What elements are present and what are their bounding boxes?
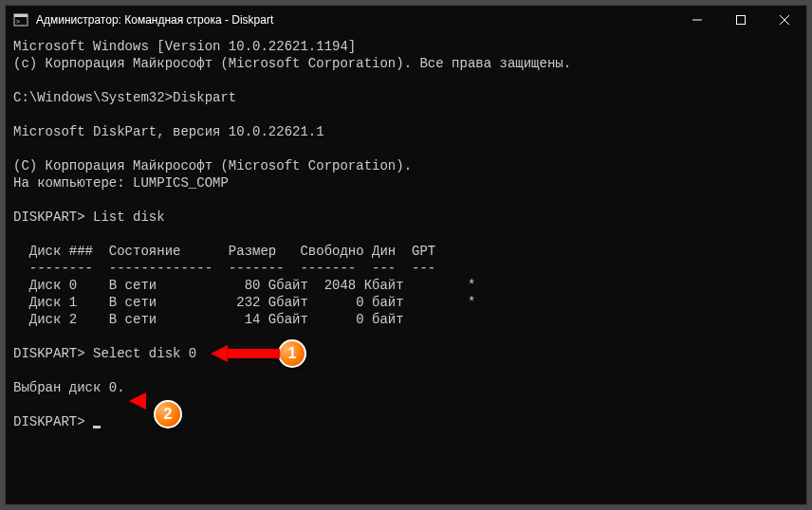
titlebar[interactable]: >_ Администратор: Командная строка - Dis… (6, 6, 806, 34)
table-divider: -------- ------------- ------- ------- -… (13, 261, 435, 276)
cmd-window: >_ Администратор: Командная строка - Dis… (5, 5, 807, 505)
cmd-icon: >_ (13, 12, 28, 27)
close-button[interactable] (763, 6, 806, 34)
output-line: Microsoft DiskPart, версия 10.0.22621.1 (13, 124, 324, 139)
prompt-line: DISKPART> (13, 414, 93, 429)
svg-rect-4 (737, 16, 746, 25)
svg-text:>_: >_ (16, 18, 25, 26)
table-row: Диск 0 В сети 80 Gбайт 2048 Кбайт * (13, 278, 475, 293)
table-row: Диск 2 В сети 14 Gбайт 0 байт (13, 312, 404, 327)
output-line: (C) Корпорация Майкрософт (Microsoft Cor… (13, 158, 412, 173)
prompt-line: DISKPART> List disk (13, 209, 165, 225)
window-controls (675, 6, 806, 34)
output-line: C:\Windows\System32>Diskpart (13, 90, 236, 105)
terminal-output[interactable]: Microsoft Windows [Version 10.0.22621.11… (6, 34, 806, 504)
window-title: Администратор: Командная строка - Diskpa… (36, 13, 675, 27)
minimize-button[interactable] (675, 6, 719, 34)
maximize-button[interactable] (719, 6, 763, 34)
table-row: Диск 1 В сети 232 Gбайт 0 байт * (13, 295, 475, 310)
output-line: На компьютере: LUMPICS_COMP (13, 175, 229, 191)
prompt-line: DISKPART> Select disk 0 (13, 346, 196, 361)
table-header: Диск ### Состояние Размер Свободно Дин G… (13, 244, 435, 259)
output-line: Microsoft Windows [Version 10.0.22621.11… (13, 39, 356, 54)
output-line: (c) Корпорация Майкрософт (Microsoft Cor… (13, 56, 571, 71)
cursor (93, 426, 101, 428)
output-line: Выбран диск 0. (13, 380, 125, 395)
svg-rect-1 (14, 14, 28, 17)
